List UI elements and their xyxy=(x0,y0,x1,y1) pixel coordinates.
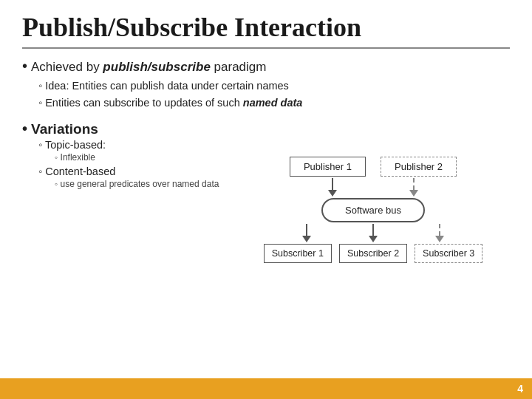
publishers-row: Publisher 1 Publisher 2 xyxy=(229,157,510,177)
subscribers-row: Subscriber 1 Subscriber 2 Subscriber 3 xyxy=(229,244,510,263)
use-general: use general predicates over named data xyxy=(55,179,229,189)
footer-bar: 4 xyxy=(0,378,532,399)
diagram-container: Publisher 1 Publisher 2 Soft xyxy=(229,157,510,263)
subscriber3-box: Subscriber 3 xyxy=(415,244,482,263)
content-diagram-row: Content-based use general predicates ove… xyxy=(22,164,510,263)
variations-section: Variations Topic-based: Inflexible Conte… xyxy=(22,120,510,263)
arrow-head-solid xyxy=(328,190,337,197)
arrow-pub1-down xyxy=(299,178,366,197)
arrows-from-bus xyxy=(229,224,510,242)
entities-bullet: Entities can subscribe to updates of suc… xyxy=(38,95,510,112)
variations-title: Variations xyxy=(22,120,510,137)
software-bus-oval: Software bus xyxy=(321,198,425,222)
slide: Publish/Subscribe Interaction Achieved b… xyxy=(0,0,532,399)
arrow-sub2-down xyxy=(344,224,403,242)
slide-title: Publish/Subscribe Interaction xyxy=(22,13,510,43)
idea-bullet: Idea: Entities can publish data under ce… xyxy=(38,78,510,95)
content-based: Content-based xyxy=(38,166,229,177)
arrow-pub2-down xyxy=(381,178,447,197)
subscriber2-box: Subscriber 2 xyxy=(339,244,407,263)
publisher2-box: Publisher 2 xyxy=(381,157,457,177)
page-number: 4 xyxy=(517,383,523,395)
left-content: Content-based use general predicates ove… xyxy=(22,164,229,189)
arrow-head-sub3 xyxy=(435,236,444,242)
arrow-line-sub3 xyxy=(439,224,440,236)
title-divider xyxy=(22,47,510,49)
arrow-line-sub1 xyxy=(306,224,307,236)
arrow-sub1-down xyxy=(277,224,336,242)
subscriber1-box: Subscriber 1 xyxy=(264,244,332,263)
arrows-to-bus xyxy=(229,178,510,197)
arrow-head-sub2 xyxy=(369,236,378,242)
arrow-line-sub2 xyxy=(372,224,374,236)
arrow-line-dashed xyxy=(413,178,415,190)
arrow-sub3-down xyxy=(410,224,469,242)
achieved-text: Achieved by publish/subscribe paradigm xyxy=(31,60,266,75)
software-bus-row: Software bus xyxy=(229,198,510,222)
arrow-head-sub1 xyxy=(302,236,311,242)
topic-based: Topic-based: xyxy=(38,139,510,151)
arrow-line-solid xyxy=(332,178,333,190)
page-footer: 4 xyxy=(0,378,532,399)
publisher1-box: Publisher 1 xyxy=(290,157,366,177)
arrow-head-dashed xyxy=(409,190,418,197)
achieved-bullet: Achieved by publish/subscribe paradigm xyxy=(22,58,510,75)
